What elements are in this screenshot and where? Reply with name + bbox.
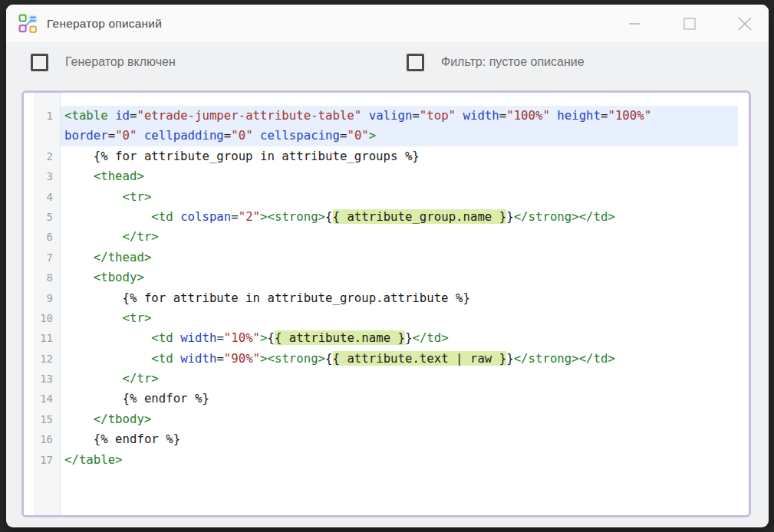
code-token-t: = (108, 128, 115, 143)
code-token-str: "10%" (224, 330, 260, 345)
code-line[interactable]: </tbody> (61, 409, 738, 429)
code-token-t (64, 209, 151, 224)
code-line[interactable]: </thead> (61, 248, 738, 268)
window-controls (624, 5, 755, 42)
editor-left-padding (24, 93, 34, 515)
line-number: 9 (34, 288, 60, 308)
editor-gutter: 1234567891011121314151617 (34, 93, 61, 515)
code-token-t (361, 108, 368, 123)
maximize-button[interactable] (680, 14, 700, 34)
code-line[interactable]: <table id="etrade-jumper-attribute-table… (61, 106, 738, 126)
app-window: Генератор описаний Генератор включен Фил… (6, 5, 769, 527)
minimize-button[interactable] (624, 14, 644, 34)
line-number (34, 126, 60, 146)
code-token-t (253, 128, 260, 143)
code-token-attr: valign (369, 108, 413, 123)
line-number: 8 (34, 268, 60, 287)
code-token-str: "0" (115, 128, 137, 143)
code-token-t (64, 169, 94, 183)
code-token-t (64, 229, 123, 244)
code-token-tag: > (369, 128, 376, 143)
code-token-str: "0" (231, 128, 252, 143)
code-token-tag: </tr> (123, 371, 159, 386)
generator-checkbox[interactable] (31, 54, 48, 71)
close-icon (736, 15, 753, 32)
code-token-attr: border (64, 128, 108, 143)
titlebar[interactable]: Генератор описаний (6, 5, 769, 42)
code-line[interactable]: <td width="10%">{{ attribute.name }}</td… (61, 328, 738, 348)
code-line[interactable]: border="0" cellpadding="0" cellspacing="… (61, 126, 738, 146)
code-token-t (64, 310, 123, 325)
close-button[interactable] (735, 14, 755, 34)
code-token-tag: <tbody> (94, 270, 144, 284)
code-token-str: "100%" (506, 108, 550, 123)
code-line[interactable]: <td colspan="2"><strong>{{ attribute_gro… (61, 207, 738, 227)
code-token-t (64, 250, 94, 264)
code-token-tag: > (260, 330, 267, 345)
code-token-tag: ><strong> (260, 351, 325, 366)
code-line[interactable]: <tr> (61, 308, 738, 328)
code-line[interactable]: </table> (61, 450, 738, 470)
line-number: 6 (34, 227, 60, 247)
line-number: 14 (34, 389, 60, 409)
app-icon (18, 14, 38, 34)
filter-checkbox-label: Фильтр: пустое описание (441, 55, 585, 69)
code-line[interactable]: {% for attribute in attribute_group.attr… (61, 288, 738, 308)
code-token-t: = (412, 108, 419, 123)
code-token-tag: </strong></td> (514, 351, 615, 366)
code-line[interactable]: {% endfor %} (61, 389, 738, 409)
code-token-t: {% for attribute in attribute_group.attr… (64, 291, 470, 305)
code-token-attr: cellpadding (144, 128, 224, 143)
code-token-t (64, 270, 94, 284)
code-token-tag: </tr> (123, 229, 159, 244)
code-line[interactable]: {% endfor %} (61, 429, 738, 449)
code-token-t (173, 209, 180, 224)
code-token-t (64, 330, 151, 345)
window-title: Генератор описаний (47, 17, 162, 31)
code-token-t (173, 330, 180, 345)
line-number: 5 (34, 207, 60, 227)
code-editor[interactable]: 1234567891011121314151617 <table id="etr… (21, 90, 751, 517)
code-token-attr: width (180, 351, 216, 366)
code-token-t: } (506, 209, 513, 224)
code-token-attr: height (557, 108, 601, 123)
code-line[interactable]: </tr> (61, 227, 738, 247)
filter-checkbox[interactable] (407, 54, 424, 71)
code-token-tag: <table (64, 108, 108, 123)
code-token-hl: { attribute_group.name } (333, 209, 507, 224)
minimize-icon (627, 17, 641, 31)
line-number: 11 (34, 328, 60, 348)
line-number: 2 (34, 146, 60, 166)
code-token-t (64, 351, 151, 366)
code-line[interactable]: <td width="90%"><strong>{{ attribute.tex… (61, 349, 738, 369)
code-line[interactable]: <tr> (61, 187, 738, 207)
line-number: 13 (34, 369, 60, 389)
code-line[interactable]: {% for attribute_group in attribute_grou… (61, 146, 738, 166)
line-number: 1 (34, 106, 60, 126)
code-line[interactable]: <thead> (61, 166, 738, 186)
code-token-t: = (499, 108, 506, 123)
code-token-tag: <tr> (123, 189, 152, 204)
code-line[interactable]: </tr> (61, 369, 738, 389)
code-token-tag: <thead> (94, 169, 144, 183)
generator-checkbox-label: Генератор включен (65, 55, 176, 69)
code-token-tag: <td (151, 351, 173, 366)
code-token-t: { (325, 209, 332, 224)
code-token-tag: </td> (412, 330, 448, 345)
editor-code[interactable]: <table id="etrade-jumper-attribute-table… (61, 93, 749, 515)
code-token-tag: ><strong> (260, 209, 325, 224)
code-token-str: "top" (420, 108, 456, 123)
code-token-tag: </strong></td> (514, 209, 615, 224)
code-token-t: = (231, 209, 238, 224)
code-token-t (64, 412, 94, 426)
maximize-icon (683, 17, 697, 31)
line-number: 15 (34, 409, 60, 429)
code-token-attr: cellspacing (260, 128, 340, 143)
code-token-t: = (224, 128, 231, 143)
code-token-tag: </table> (64, 452, 123, 467)
code-token-tag: <tr> (123, 310, 152, 325)
code-token-attr: width (180, 330, 216, 345)
line-number: 12 (34, 349, 60, 369)
code-line[interactable]: <tbody> (61, 268, 738, 287)
code-token-t: { (325, 351, 332, 366)
